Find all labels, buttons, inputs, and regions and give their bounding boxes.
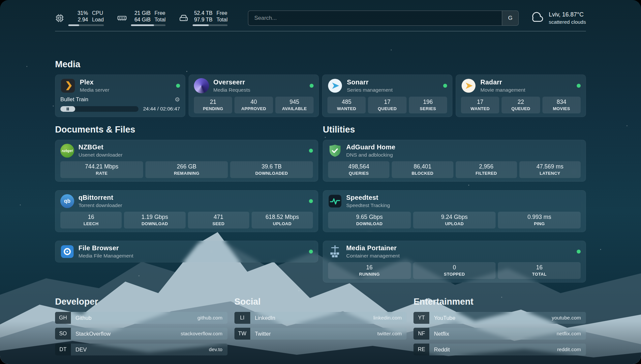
disk-widget: 52.4 TBFree 97.9 TBTotal <box>179 10 228 26</box>
stat-queries: 498,564 QUERIES <box>328 161 389 178</box>
bookmark-domain: netflix.com <box>557 331 581 337</box>
weather-condition: scattered clouds <box>549 19 586 25</box>
bookmark-abbr: YT <box>413 312 429 324</box>
bookmark-netflix[interactable]: NF Netflix netflix.com <box>413 328 586 340</box>
header-divider <box>55 31 586 31</box>
bookmark-name: Netflix <box>434 331 449 337</box>
bookmark-domain: reddit.com <box>557 347 581 352</box>
service-desc: Torrent downloader <box>78 202 122 208</box>
bookmark-twitter[interactable]: TW Twitter twitter.com <box>234 328 407 340</box>
service-desc: Media server <box>80 87 109 93</box>
status-dot-online <box>577 84 581 88</box>
qbittorrent-icon: qb <box>60 194 74 208</box>
search-input[interactable] <box>248 11 502 25</box>
stat-downloaded: 39.6 TB DOWNLOADED <box>230 161 313 178</box>
bookmark-domain: dev.to <box>209 347 223 352</box>
stat-wanted: 17 WANTED <box>461 97 499 113</box>
stat-wanted: 485 WANTED <box>327 97 366 113</box>
disk-free-label: Free <box>216 10 228 16</box>
disk-total-value: 97.9 TB <box>193 16 212 23</box>
service-name: Plex <box>80 78 109 86</box>
service-card-qbittorrent[interactable]: qb qBittorrent Torrent downloader 16 LEE… <box>55 190 318 232</box>
bookmark-domain: twitter.com <box>377 331 402 337</box>
bookmark-name: StackOverflow <box>76 331 110 337</box>
section-title-documents: Documents & Files <box>55 124 318 135</box>
now-playing-title: Bullet Train <box>60 96 88 103</box>
service-card-radarr[interactable]: Radarr Movie management 17 WANTED 22 QUE… <box>456 75 586 117</box>
bookmark-abbr: TW <box>234 328 250 340</box>
stat-pending: 21 PENDING <box>194 97 232 113</box>
status-dot-online <box>176 84 180 88</box>
disk-progress-bar <box>193 24 228 26</box>
bookmark-reddit[interactable]: RE Reddit reddit.com <box>413 344 586 355</box>
section-title-utilities: Utilities <box>323 124 586 135</box>
bookmark-abbr: RE <box>413 344 429 355</box>
portainer-icon <box>328 245 342 258</box>
bookmark-linkedin[interactable]: LI LinkedIn linkedin.com <box>234 312 407 324</box>
bookmark-youtube[interactable]: YT YouTube youtube.com <box>413 312 586 324</box>
stat-queued: 17 QUEUED <box>368 97 406 113</box>
service-desc: Speedtest Tracking <box>346 202 390 208</box>
stat-approved: 40 APPROVED <box>234 97 273 113</box>
service-card-sonarr[interactable]: Sonarr Series management 485 WANTED 17 Q… <box>322 75 452 117</box>
service-card-filebrowser[interactable]: File Browser Media File Management <box>55 241 318 262</box>
bookmark-dev[interactable]: DT DEV dev.to <box>55 344 228 355</box>
stat-running: 16 RUNNING <box>328 262 411 279</box>
bookmark-github[interactable]: GH Github github.com <box>55 312 228 324</box>
dashboard: 31%CPU 2.94Load 21 GiBFree <box>0 0 641 364</box>
status-dot-online <box>309 250 313 254</box>
cpu-widget: 31%CPU 2.94Load <box>55 10 104 26</box>
bookmark-name: LinkedIn <box>255 315 275 321</box>
weather-cloud-icon <box>530 11 544 25</box>
stat-rate: 744.21 Mbps RATE <box>60 161 143 178</box>
radarr-icon <box>461 78 476 93</box>
service-card-overseerr[interactable]: Overseerr Media Requests 21 PENDING 40 A… <box>189 75 319 117</box>
pause-icon[interactable] <box>67 107 69 110</box>
bookmark-abbr: SO <box>55 328 71 340</box>
bookmark-domain: linkedin.com <box>373 315 402 321</box>
stat-movies: 834 MOVIES <box>542 97 581 113</box>
top-bar: 31%CPU 2.94Load 21 GiBFree <box>55 0 586 26</box>
stat-latency: 47.569 ms LATENCY <box>519 161 581 178</box>
service-card-speedtest[interactable]: Speedtest Speedtest Tracking 9.65 Gbps D… <box>323 190 586 232</box>
status-dot-online <box>310 84 314 88</box>
bookmark-stackoverflow[interactable]: SO StackOverflow stackoverflow.com <box>55 328 228 340</box>
service-card-nzbget[interactable]: nzbget NZBGet Usenet downloader 744.21 M… <box>55 140 318 182</box>
stat-leech: 16 LEECH <box>60 212 122 228</box>
gear-icon[interactable]: ⚙ <box>175 97 180 103</box>
stat-series: 196 SERIES <box>409 97 447 113</box>
service-desc: Series management <box>347 87 393 93</box>
bookmark-name: DEV <box>76 347 87 353</box>
service-name: NZBGet <box>78 143 123 151</box>
memory-progress-bar <box>131 24 166 26</box>
service-card-plex[interactable]: Plex Media server Bullet Train ⚙ <box>55 75 185 117</box>
filebrowser-icon <box>60 245 74 258</box>
service-card-adguard[interactable]: AdGuard Home DNS and adblocking 498,564 … <box>323 140 586 182</box>
memory-icon <box>117 13 127 23</box>
section-media: Media Plex Media server <box>55 59 586 117</box>
section-utilities: Utilities <box>323 124 586 283</box>
service-desc: Usenet downloader <box>78 152 123 158</box>
stat-queued: 22 QUEUED <box>502 97 540 113</box>
section-documents: Documents & Files nzbget NZBGet Usenet d… <box>55 124 318 283</box>
bookmark-abbr: LI <box>234 312 250 324</box>
adguard-icon <box>328 144 342 158</box>
bookmark-name: YouTube <box>434 315 455 321</box>
cpu-usage-value: 31% <box>68 10 88 16</box>
service-card-portainer[interactable]: Media Portainer Container management 16 … <box>323 241 586 283</box>
disk-icon <box>179 13 189 23</box>
section-title-social: Social <box>234 296 407 307</box>
playback-progress-bar[interactable] <box>60 106 138 112</box>
service-name: Media Portainer <box>346 244 400 252</box>
search-box: G <box>248 11 519 26</box>
bookmark-domain: youtube.com <box>552 315 581 321</box>
memory-free-value: 21 GiB <box>131 10 151 16</box>
sonarr-icon <box>327 78 343 93</box>
bookmark-abbr: DT <box>55 344 71 355</box>
memory-total-value: 64 GiB <box>131 16 151 23</box>
stat-stopped: 0 STOPPED <box>413 262 496 279</box>
section-social: Social LI LinkedIn linkedin.com TW Twitt… <box>234 296 407 355</box>
bookmark-name: Github <box>76 315 92 321</box>
bookmark-domain: github.com <box>198 315 223 321</box>
search-provider-button[interactable]: G <box>502 11 518 25</box>
